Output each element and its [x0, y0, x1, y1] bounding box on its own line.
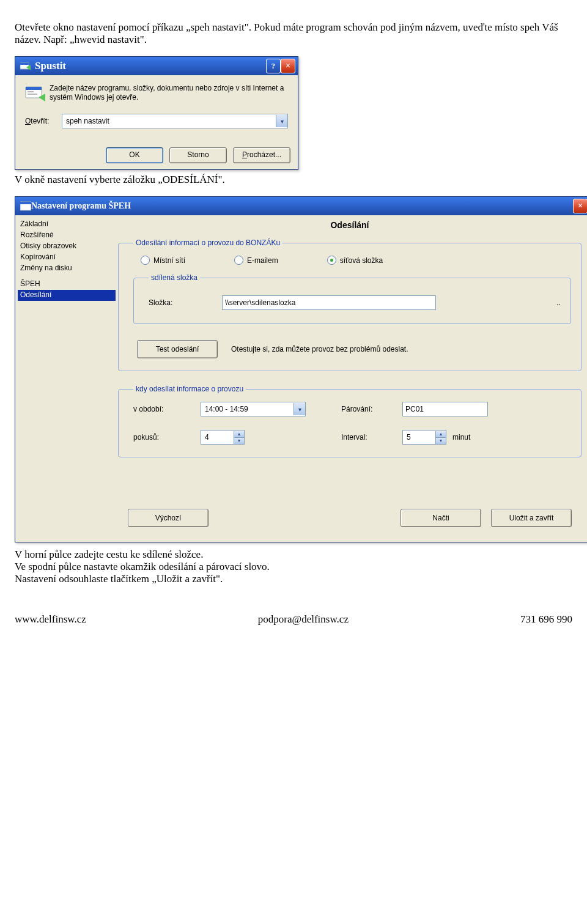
group-shared-folder-legend: sdílená složka	[149, 273, 200, 282]
paragraph-3: V horní půlce zadejte cestu ke sdílené s…	[15, 549, 572, 561]
open-label: Otevřít:	[25, 117, 62, 125]
help-button[interactable]: ?	[266, 59, 281, 73]
chevron-down-icon[interactable]: ▾	[294, 403, 305, 415]
settings-titlebar[interactable]: Nastavení programu ŠPEH ×	[15, 197, 587, 215]
sidebar-item-odesilani[interactable]: Odesílání	[18, 290, 116, 301]
sidebar-item-zmeny[interactable]: Změny na disku	[18, 263, 116, 274]
group-when-to-send-legend: kdy odesílat informace o provozu	[133, 385, 246, 393]
page-footer: www.delfinsw.cz podpora@delfinsw.cz 731 …	[15, 613, 572, 626]
folder-input[interactable]: \\server\sdilenaslozka	[222, 295, 436, 310]
settings-dialog: Nastavení programu ŠPEH × Základní Rozší…	[15, 196, 587, 542]
minutes-label: minut	[452, 433, 470, 442]
sidebar-item-otisky[interactable]: Otisky obrazovek	[18, 241, 116, 252]
chevron-up-icon[interactable]: ▴	[234, 431, 244, 438]
chevron-down-icon[interactable]: ▾	[276, 115, 287, 127]
radio-email-label: E-mailem	[247, 256, 278, 265]
group-when-to-send: kdy odesílat informace o provozu v obdob…	[118, 385, 581, 457]
svg-rect-5	[28, 94, 37, 95]
run-icon	[20, 61, 31, 71]
pairing-label: Párování:	[323, 405, 402, 413]
chevron-down-icon[interactable]: ▾	[436, 438, 446, 444]
close-button[interactable]: ×	[573, 199, 587, 213]
close-button[interactable]: ×	[281, 59, 295, 73]
load-button[interactable]: Načti	[401, 509, 481, 527]
interval-label: Interval:	[323, 433, 402, 442]
default-button[interactable]: Výchozí	[128, 509, 209, 527]
settings-title-text: Nastavení programu ŠPEH	[31, 201, 131, 211]
save-close-button[interactable]: Uložit a zavřít	[491, 509, 572, 527]
footer-center: podpora@delfinsw.cz	[258, 613, 349, 626]
run-titlebar[interactable]: Spustit ? ×	[15, 57, 298, 75]
run-app-icon	[25, 84, 50, 104]
sidebar-item-rozsirene[interactable]: Rozšířené	[18, 230, 116, 241]
chevron-down-icon[interactable]: ▾	[234, 438, 244, 444]
radio-email[interactable]: E-mailem	[234, 256, 278, 265]
paragraph-2: V okně nastavení vyberte záložku „ODESÍL…	[15, 174, 572, 186]
settings-main: Odesílání Odesílání informací o provozu …	[116, 215, 587, 542]
browse-folder-button[interactable]: ..	[556, 298, 561, 307]
sidebar-item-speh[interactable]: ŠPEH	[18, 279, 116, 290]
run-dialog: Spustit ? × Zadejte název programu, slož…	[15, 56, 298, 170]
tries-label: pokusů:	[133, 433, 201, 442]
open-input[interactable]	[65, 114, 276, 128]
paragraph-1: Otevřete okno nastavení pomocí příkazu „…	[15, 21, 572, 46]
period-label: v období:	[133, 405, 201, 413]
radio-network-share[interactable]: síťová složka	[327, 256, 383, 265]
footer-right: 731 696 990	[520, 613, 572, 626]
test-send-button[interactable]: Test odeslání	[137, 340, 218, 358]
group-send-method: Odesílání informací o provozu do BONZÁKu…	[118, 238, 581, 371]
group-send-method-legend: Odesílání informací o provozu do BONZÁKu	[133, 238, 282, 247]
sidebar: Základní Rozšířené Otisky obrazovek Kopí…	[15, 215, 116, 542]
settings-app-icon	[20, 201, 31, 211]
folder-label: Složka:	[149, 298, 222, 307]
group-shared-folder: sdílená složka Složka: \\server\sdilenas…	[133, 273, 571, 324]
page-title: Odesílání	[118, 220, 581, 230]
open-combobox[interactable]: ▾	[62, 114, 288, 128]
footer-left: www.delfinsw.cz	[15, 613, 86, 626]
sidebar-item-kopirovani[interactable]: Kopírování	[18, 252, 116, 263]
radio-local-label: Místní sítí	[153, 256, 185, 265]
paragraph-4: Ve spodní půlce nastavte okamžik odesílá…	[15, 561, 572, 573]
svg-rect-3	[26, 87, 42, 90]
period-combobox[interactable]: 14:00 - 14:59 ▾	[201, 402, 306, 416]
run-description: Zadejte název programu, složky, dokument…	[50, 84, 288, 104]
svg-rect-1	[20, 63, 29, 65]
test-description: Otestujte si, zda můžete provoz bez prob…	[231, 345, 408, 353]
tries-spinner[interactable]: 4 ▴▾	[201, 430, 245, 445]
svg-rect-4	[28, 91, 34, 92]
browse-button[interactable]: Procházet...	[233, 147, 290, 163]
svg-rect-7	[20, 202, 31, 204]
radio-share-label: síťová složka	[340, 256, 383, 265]
interval-spinner[interactable]: 5 ▴▾	[402, 430, 446, 445]
radio-local-network[interactable]: Místní sítí	[141, 256, 185, 265]
paragraph-5: Nastavení odsouhlaste tlačítkem „Uložit …	[15, 573, 572, 585]
run-title-text: Spustit	[35, 60, 66, 72]
pairing-input[interactable]: PC01	[402, 402, 488, 416]
ok-button[interactable]: OK	[106, 147, 163, 163]
chevron-up-icon[interactable]: ▴	[436, 431, 446, 438]
cancel-button[interactable]: Storno	[169, 147, 227, 163]
sidebar-item-zakladni[interactable]: Základní	[18, 219, 116, 230]
